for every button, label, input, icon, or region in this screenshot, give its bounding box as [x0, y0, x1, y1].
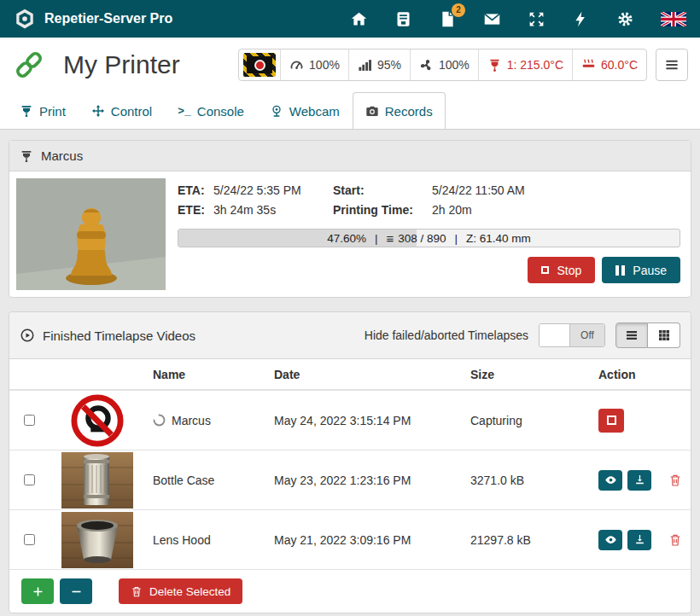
home-icon[interactable] [350, 10, 368, 28]
navbar-icons: 2 [350, 10, 686, 28]
stop-icon [607, 416, 616, 425]
mail-icon[interactable] [483, 10, 501, 28]
gear-icon[interactable] [616, 10, 634, 28]
grid-view-icon [657, 328, 671, 342]
timelapse-size: 3271.0 kB [464, 470, 592, 491]
bolt-icon[interactable] [572, 10, 590, 28]
play-circle-icon [20, 328, 35, 343]
hide-failed-toggle[interactable]: Off [539, 323, 605, 347]
tab-webcam-label: Webcam [289, 104, 340, 119]
webcam-recording-icon [243, 53, 276, 77]
timelapse-header: Finished Timelapse Videos Hide failed/ab… [9, 312, 691, 359]
ete-value: 3h 24m 35s [213, 201, 333, 218]
timelapse-title-wrap: Finished Timelapse Videos [20, 328, 195, 343]
terminal-icon: >_ [178, 104, 191, 118]
extruder-temp-button[interactable]: 1: 215.0°C [478, 49, 572, 80]
webcam-status-button[interactable] [239, 49, 280, 80]
row-checkbox[interactable] [24, 534, 35, 545]
timelapse-controls: Hide failed/aborted Timelapses Off [365, 323, 680, 348]
table-row: Lens Hood May 21, 2022 3:09:16 PM 21297.… [9, 509, 691, 569]
toggle-knob [540, 324, 570, 346]
ete-label: ETE: [178, 201, 213, 218]
timelapse-date: May 21, 2022 3:09:16 PM [267, 530, 464, 550]
download-video-button[interactable] [627, 530, 651, 550]
delete-selected-button[interactable]: Delete Selected [119, 578, 242, 604]
speed-icon [289, 58, 304, 73]
delete-video-button[interactable] [668, 473, 682, 488]
timelapse-thumbnail[interactable] [61, 512, 133, 568]
app-title: Repetier-Server Pro [44, 11, 172, 26]
language-flag-icon[interactable] [661, 12, 686, 26]
download-video-button[interactable] [627, 470, 651, 491]
start-value: 5/24/22 11:50 AM [432, 182, 680, 199]
print-progress-bar: 47.60% | ≡ 308 / 890 | Z: 61.40 mm [178, 229, 680, 247]
timelapse-card: Finished Timelapse Videos Hide failed/ab… [9, 311, 691, 613]
timelapse-title: Finished Timelapse Videos [43, 328, 195, 343]
row-checkbox[interactable] [24, 474, 35, 485]
table-row: Bottle Case May 23, 2022 1:23:16 PM 3271… [9, 450, 691, 509]
tab-control[interactable]: Control [79, 92, 165, 129]
list-view-button[interactable] [615, 323, 648, 348]
camera-icon [365, 104, 379, 118]
deselect-all-button[interactable] [60, 578, 92, 604]
flow-multiplier-button[interactable]: 95% [348, 49, 410, 80]
grid-view-button[interactable] [648, 323, 680, 348]
table-row: Marcus May 24, 2022 3:15:14 PM Capturing [9, 390, 691, 450]
download-icon [633, 533, 646, 546]
flow-value: 95% [377, 58, 401, 72]
page-title: My Printer [63, 50, 180, 79]
timelapse-name: Lens Hood [153, 533, 211, 547]
view-video-button[interactable] [598, 530, 622, 550]
header-spacer [49, 371, 146, 378]
view-video-button[interactable] [598, 470, 622, 491]
job-preview-image [16, 178, 166, 290]
stop-button[interactable]: Stop [528, 257, 595, 283]
print-info: ETA: 5/24/22 5:35 PM Start: 5/24/22 11:5… [178, 178, 684, 290]
printer-menu-button[interactable] [656, 49, 688, 81]
tab-records[interactable]: Records [353, 92, 446, 129]
timelapse-date: May 23, 2022 1:23:16 PM [267, 470, 464, 491]
move-cross-icon [91, 104, 105, 118]
extruder-job-icon [20, 149, 33, 163]
pause-icon [615, 265, 625, 276]
timelapse-size: Capturing [464, 410, 592, 431]
speed-value: 100% [309, 58, 340, 72]
stop-capture-button[interactable] [598, 409, 624, 433]
content: Marcus ETA: 5/24/22 5:35 PM [0, 130, 700, 613]
flow-icon [358, 58, 372, 73]
link-icon [12, 48, 46, 82]
speed-multiplier-button[interactable]: 100% [280, 49, 348, 80]
minus-icon [70, 585, 83, 598]
delete-video-button[interactable] [668, 532, 682, 548]
pause-button[interactable]: Pause [602, 257, 680, 283]
fan-button[interactable]: 100% [410, 49, 478, 80]
tab-webcam[interactable]: Webcam [257, 92, 353, 129]
brand[interactable]: Repetier-Server Pro [14, 8, 172, 30]
timelapse-table: Name Date Size Action Marcus [9, 359, 691, 569]
timelapse-name: Bottle Case [153, 474, 214, 487]
toggle-state: Off [570, 324, 604, 346]
bed-temp-value: 60.0°C [601, 58, 638, 72]
progress-text: 47.60% | ≡ 308 / 890 | Z: 61.40 mm [178, 230, 680, 247]
printer-icon[interactable] [394, 10, 412, 28]
current-print-body: ETA: 5/24/22 5:35 PM Start: 5/24/22 11:5… [9, 171, 691, 297]
extruder-temp-value: 1: 215.0°C [507, 58, 563, 72]
tab-print[interactable]: Print [7, 92, 79, 129]
top-navbar: Repetier-Server Pro 2 [0, 0, 700, 38]
hide-toggle-label: Hide failed/aborted Timelapses [365, 328, 528, 342]
tab-console[interactable]: >_ Console [165, 92, 257, 129]
notification-badge: 2 [452, 3, 465, 17]
print-queue-icon[interactable]: 2 [439, 10, 457, 28]
pause-label: Pause [633, 264, 667, 277]
select-all-button[interactable] [21, 578, 54, 604]
tab-console-label: Console [197, 104, 244, 119]
current-job-name: Marcus [41, 148, 83, 163]
bed-temp-button[interactable]: 60.0°C [572, 49, 646, 80]
timelapse-footer: Delete Selected [9, 569, 691, 613]
row-checkbox[interactable] [24, 415, 35, 426]
eta-label: ETA: [178, 182, 213, 199]
timelapse-thumbnail[interactable] [61, 452, 133, 508]
repetier-logo-icon [14, 8, 36, 30]
trash-icon [668, 473, 682, 488]
expand-icon[interactable] [528, 10, 545, 28]
